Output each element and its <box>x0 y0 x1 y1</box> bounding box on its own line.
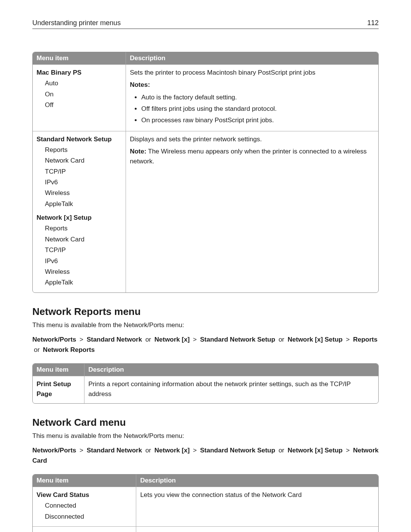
breadcrumb-path: Network/Ports > Standard Network or Netw… <box>32 445 379 466</box>
section-intro: This menu is available from the Network/… <box>32 321 379 329</box>
menu-table-1: Menu item Description Mac Binary PS Auto… <box>32 52 379 293</box>
menu-subitem: AppleTalk <box>45 199 122 209</box>
note-item: Auto is the factory default setting. <box>141 93 374 102</box>
menu-subitem: Disconnected <box>45 512 132 522</box>
menu-item-title: Mac Binary PS <box>37 68 122 78</box>
or-label: or <box>34 346 40 353</box>
path-part: Standard Network <box>87 336 142 343</box>
menu-table-2: Menu item Description Print Setup Page P… <box>32 363 379 404</box>
path-part: Network/Ports <box>32 336 76 343</box>
breadcrumb-path: Network/Ports > Standard Network or Netw… <box>32 334 379 355</box>
running-header: Understanding printer menus 112 <box>32 19 379 29</box>
menu-subitem: Wireless <box>45 267 122 277</box>
note-item: Off filters print jobs using the standar… <box>141 104 374 114</box>
note-text: The Wireless menu appears only when the … <box>130 148 366 165</box>
or-label: or <box>279 336 284 343</box>
separator: > <box>346 447 350 454</box>
menu-subitem: Network Card <box>45 156 122 166</box>
path-part: Network [x] <box>155 447 190 454</box>
menu-item-title: Network [x] Setup <box>37 213 122 223</box>
col-header-description: Description <box>126 52 378 64</box>
path-part: Standard Network <box>87 447 142 454</box>
menu-subitem: Off <box>45 100 122 110</box>
menu-subitem: IPv6 <box>45 256 122 266</box>
col-header-description: Description <box>84 364 378 376</box>
menu-subitem: Auto <box>45 78 122 88</box>
col-header-menu-item: Menu item <box>33 474 136 487</box>
col-header-description: Description <box>136 474 378 487</box>
menu-subitem: Reports <box>45 224 122 233</box>
section-heading: Network Card menu <box>32 417 379 428</box>
path-part: Network [x] <box>155 336 190 343</box>
menu-subitem: AppleTalk <box>45 278 122 288</box>
separator: > <box>346 336 350 343</box>
description-intro: Displays and sets the printer network se… <box>130 134 374 144</box>
separator: > <box>193 336 197 343</box>
table-row: View Card Status Connected Disconnected … <box>33 487 378 526</box>
menu-subitem: Connected <box>45 501 132 511</box>
menu-subitem: TCP/IP <box>45 245 122 255</box>
menu-subitem: On <box>45 89 122 99</box>
path-part: Network [x] Setup <box>288 336 343 343</box>
path-part: Standard Network Setup <box>200 447 275 454</box>
table-row: View Card Speed Lets you view the speed … <box>33 526 378 532</box>
or-label: or <box>279 447 284 454</box>
notes-list: Auto is the factory default setting. Off… <box>130 93 374 126</box>
menu-subitem: IPv6 <box>45 177 122 187</box>
description-text: Lets you view the speed of a currently a… <box>136 526 378 532</box>
menu-item-title: View Card Status <box>37 490 132 500</box>
menu-table-3: Menu item Description View Card Status C… <box>32 474 379 532</box>
note-label: Note: <box>130 148 146 155</box>
menu-subitem: Wireless <box>45 188 122 198</box>
separator: > <box>80 447 83 454</box>
or-label: or <box>145 447 151 454</box>
path-part: Reports <box>353 336 378 343</box>
header-title: Understanding printer menus <box>32 19 121 27</box>
path-part: Network [x] Setup <box>288 447 343 454</box>
col-header-menu-item: Menu item <box>33 364 84 376</box>
separator: > <box>193 447 197 454</box>
table-row: Standard Network Setup Reports Network C… <box>33 131 378 292</box>
path-part: Network/Ports <box>32 447 76 454</box>
table-row: Mac Binary PS Auto On Off Sets the print… <box>33 64 378 131</box>
menu-subitem: TCP/IP <box>45 167 122 177</box>
page: Understanding printer menus 112 Menu ite… <box>0 0 411 532</box>
description-text: Prints a report containing information a… <box>84 376 378 403</box>
table-row: Print Setup Page Prints a report contain… <box>33 376 378 403</box>
notes-label: Notes: <box>130 80 374 90</box>
menu-subitem: Network Card <box>45 235 122 244</box>
header-page-number: 112 <box>367 19 379 27</box>
menu-subitem: Reports <box>45 145 122 155</box>
description-intro: Sets the printer to process Macintosh bi… <box>130 68 374 78</box>
col-header-menu-item: Menu item <box>33 52 126 64</box>
menu-item-title: Print Setup Page <box>33 376 84 403</box>
path-part: Standard Network Setup <box>200 336 275 343</box>
section-intro: This menu is available from the Network/… <box>32 432 379 440</box>
menu-item-title: View Card Speed <box>37 530 132 532</box>
or-label: or <box>145 336 151 343</box>
menu-item-title: Standard Network Setup <box>37 134 122 144</box>
description-text: Lets you view the connection status of t… <box>136 487 378 526</box>
path-part: Network Reports <box>43 346 95 353</box>
section-heading: Network Reports menu <box>32 306 379 318</box>
note-item: On processes raw binary PostScript print… <box>141 115 374 125</box>
note-line: Note: The Wireless menu appears only whe… <box>130 147 374 167</box>
separator: > <box>80 336 83 343</box>
